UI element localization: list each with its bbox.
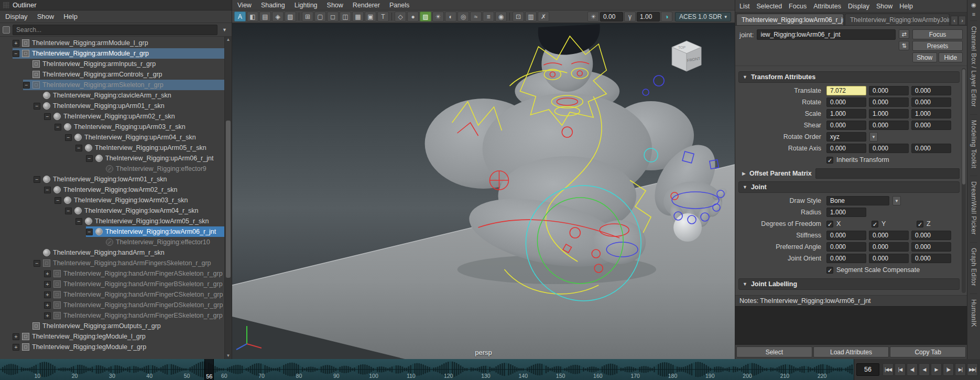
image-plane-icon[interactable]: ▧: [285, 12, 296, 21]
menu-list[interactable]: List: [739, 3, 749, 10]
outliner-node[interactable]: −TheInterview_Rigging:upArm04_r_skn: [65, 132, 224, 143]
attribute-value-field[interactable]: 0.000: [911, 97, 951, 107]
attribute-value-field[interactable]: 1.000: [869, 109, 909, 118]
view-transform-select[interactable]: ACES 1.0 SDR▾: [675, 12, 731, 21]
checkbox[interactable]: ✓: [826, 267, 833, 274]
outliner-node[interactable]: −TheInterview_Rigging:effector10: [96, 237, 224, 247]
go-to-start-button[interactable]: |◀◀: [883, 363, 894, 376]
attribute-value-field[interactable]: 0.000: [911, 242, 951, 252]
outliner-node[interactable]: +TheInterview_Rigging:handArmFingerESkel…: [44, 310, 225, 321]
ae-scrollbar[interactable]: [962, 68, 966, 293]
menu-renderer[interactable]: Renderer: [353, 2, 380, 9]
go-to-end-button[interactable]: ▶▶|: [967, 363, 978, 376]
show-button[interactable]: Show: [912, 52, 937, 62]
attribute-value-field[interactable]: 1.000: [826, 208, 866, 217]
attribute-value-field[interactable]: 0.000: [826, 254, 866, 263]
menu-display[interactable]: Display: [5, 13, 28, 20]
collapse-icon[interactable]: −: [44, 113, 51, 120]
attribute-value-field[interactable]: 0.000: [826, 231, 866, 240]
notes-textarea[interactable]: [735, 306, 967, 345]
degrees-of-freedom-x-checkbox[interactable]: ✓X: [826, 220, 869, 227]
attribute-value-field[interactable]: xyz: [826, 132, 866, 142]
menu-view[interactable]: View: [237, 2, 252, 9]
menu-help[interactable]: Help: [899, 3, 913, 10]
attribute-value-field[interactable]: 0.000: [911, 144, 951, 153]
anti-aliasing-icon[interactable]: ≡: [483, 12, 494, 21]
attribute-value-field[interactable]: 0.000: [869, 121, 909, 130]
tab-scroll-left-icon[interactable]: ‹: [951, 16, 958, 25]
gamma-field[interactable]: 1.00: [637, 12, 660, 21]
resolution-gate-icon[interactable]: ◻: [327, 12, 339, 21]
expand-icon[interactable]: +: [44, 270, 51, 277]
menu-help[interactable]: Help: [63, 13, 78, 20]
collapse-icon[interactable]: −: [13, 50, 19, 57]
use-all-lights-icon[interactable]: ☀: [432, 12, 444, 21]
scrollbar-thumb[interactable]: [226, 121, 231, 278]
attribute-value-field[interactable]: 0.000: [869, 97, 909, 107]
select-button[interactable]: Select: [736, 346, 812, 357]
outliner-node[interactable]: −TheInterview_Rigging:lowArm03_r_skn: [55, 195, 224, 205]
attribute-value-field[interactable]: 7.072: [826, 86, 866, 95]
outliner-node[interactable]: −TheInterview_Rigging:armModule_r_grp: [13, 48, 224, 59]
play-forward-button[interactable]: ▶: [931, 363, 942, 376]
field-chart-icon[interactable]: ▦: [352, 12, 364, 21]
outliner-node[interactable]: −TheInterview_Rigging:lowArm05_r_skn: [75, 216, 224, 226]
expand-icon[interactable]: +: [13, 333, 19, 340]
collapse-icon[interactable]: −: [34, 260, 40, 267]
exposure-field[interactable]: 0.00: [600, 12, 623, 21]
tab-scroll-right-icon[interactable]: ›: [959, 16, 966, 25]
checkbox[interactable]: ✓: [826, 157, 833, 164]
attribute-value-field[interactable]: 0.000: [869, 86, 909, 95]
step-forward-key-button[interactable]: ▶|: [955, 363, 966, 376]
textured-icon[interactable]: ▨: [420, 12, 431, 21]
outliner-titlebar[interactable]: Outliner: [0, 0, 232, 10]
lock-camera-icon[interactable]: ◧: [247, 12, 258, 21]
xray-joints-icon[interactable]: ✗: [538, 12, 549, 21]
outliner-node[interactable]: −TheInterview_Rigging:handArm_r_skn: [34, 247, 224, 258]
expand-icon[interactable]: +: [13, 344, 19, 351]
load-attributes-button[interactable]: Load Attributes: [813, 346, 889, 357]
outliner-node[interactable]: −TheInterview_Rigging:clavicleArm_r_skn: [34, 90, 224, 101]
play-backward-button[interactable]: ◀: [919, 363, 930, 376]
attribute-value-field[interactable]: 1.000: [911, 109, 951, 118]
outliner-node[interactable]: +TheInterview_Rigging:handArmFingerDSkel…: [44, 300, 225, 310]
xray-icon[interactable]: ▥: [525, 12, 537, 21]
scroll-up-icon[interactable]: ▲: [225, 37, 232, 43]
outliner-node[interactable]: −TheInterview_Rigging:handArmFingersSkel…: [34, 258, 224, 268]
collapse-icon[interactable]: −: [65, 134, 72, 141]
node-name-field[interactable]: iew_Rigging:lowArm06_r_jnt: [757, 29, 896, 40]
attribute-value-field[interactable]: 0.000: [869, 231, 909, 240]
ae-tab-theinterview-rigging-lowarm06-r-jnt[interactable]: TheInterview_Rigging:lowArm06_r_jnt: [736, 14, 844, 25]
step-back-frame-button[interactable]: ◀|: [907, 363, 918, 376]
segment-scale-compensate-checkbox[interactable]: ✓Segment Scale Compensate: [826, 266, 920, 274]
isolate-select-icon[interactable]: ⊡: [513, 12, 524, 21]
motion-blur-icon[interactable]: ≈: [470, 12, 482, 21]
select-camera-icon[interactable]: A: [234, 12, 246, 21]
dropdown-arrow-icon[interactable]: ▼: [869, 132, 878, 142]
pin-icon[interactable]: ◉: [971, 2, 976, 9]
expand-icon[interactable]: +: [44, 291, 51, 298]
collapse-icon[interactable]: −: [55, 124, 61, 131]
collapse-icon[interactable]: −: [44, 187, 51, 193]
attribute-value-field[interactable]: 0.000: [826, 121, 866, 130]
dock-menu-icon[interactable]: ≡: [972, 11, 975, 18]
outliner-node[interactable]: −TheInterview_Rigging:lowArm04_r_skn: [65, 205, 224, 216]
outliner-node[interactable]: −TheInterview_Rigging:lowArm02_r_skn: [44, 184, 224, 195]
checkbox[interactable]: ✓: [872, 221, 878, 227]
collapse-icon[interactable]: −: [86, 155, 93, 162]
safe-title-icon[interactable]: T: [377, 12, 389, 21]
attribute-value-field[interactable]: 0.000: [911, 231, 951, 240]
attribute-value-field[interactable]: 0.000: [869, 254, 909, 263]
depth-of-field-icon[interactable]: ◉: [495, 12, 507, 21]
step-back-key-button[interactable]: |◀: [895, 363, 906, 376]
current-frame-field[interactable]: 56: [856, 363, 879, 376]
degrees-of-freedom-z-checkbox[interactable]: ✓Z: [917, 220, 959, 227]
collapse-icon[interactable]: −: [55, 197, 61, 204]
outliner-node[interactable]: +TheInterview_Rigging:handArmFingerASkel…: [44, 268, 225, 279]
collapse-icon[interactable]: −: [23, 82, 30, 89]
side-tab-dreamwall-picker[interactable]: DreamWall Picker: [970, 176, 977, 240]
menu-selected[interactable]: Selected: [756, 3, 782, 10]
screen-space-ao-icon[interactable]: ◎: [458, 12, 469, 21]
side-tab-humanik[interactable]: HumanIK: [970, 294, 977, 332]
attribute-value-field[interactable]: 0.000: [911, 121, 951, 130]
